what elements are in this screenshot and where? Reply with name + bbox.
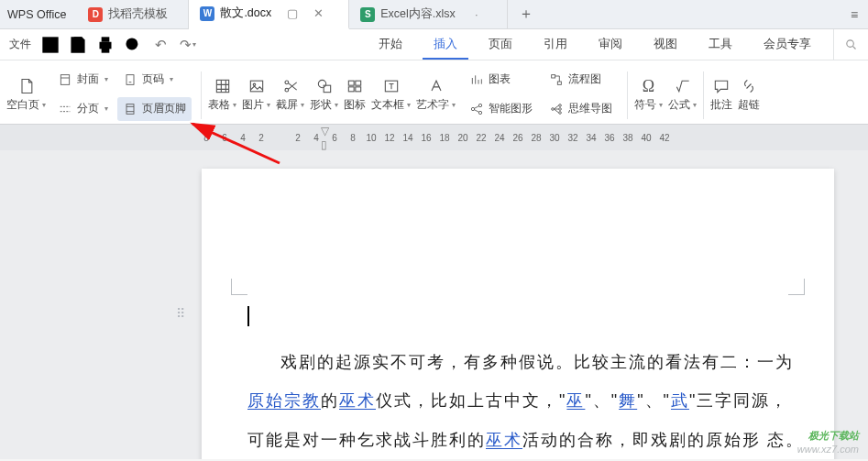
flowchart-button[interactable]: 流程图 [544,68,618,92]
print-icon[interactable] [93,33,117,57]
new-tab-button[interactable]: ＋ [508,5,544,24]
svg-rect-12 [126,74,134,84]
icon-button[interactable]: 图标 [341,74,368,114]
textbox-button[interactable]: 文本框 [368,74,413,114]
screenshot-button[interactable]: 截屏 [273,74,307,114]
icon-label: 图标 [344,98,366,112]
paragraph-drag-handle[interactable]: ⠿ [176,306,185,321]
text-run: 活动的合称，即戏剧的原始形 [522,431,761,449]
document-body[interactable]: 戏剧的起源实不可考，有多种假说。比较主流的看法有二：一为 原始宗教的巫术仪式，比… [247,343,805,459]
file-menu-button[interactable]: 文件 [5,33,35,57]
symbol-button[interactable]: Ω符号 [632,74,665,114]
link-religion[interactable]: 原始宗教 [247,391,321,410]
blank-label: 空白页 [6,98,46,112]
break-button[interactable]: 分页 [52,97,114,121]
text-run: "三字同源， [689,391,788,410]
mindmap-label: 思维导图 [568,102,612,115]
svg-rect-30 [557,82,561,84]
menutab-tools[interactable]: 工具 [698,30,743,60]
link-dance[interactable]: 舞 [619,391,637,410]
word-badge-icon: W [200,6,214,21]
svg-rect-4 [102,48,110,52]
comment-button[interactable]: 批注 [708,74,735,114]
tab-close-icon[interactable]: · [467,7,487,21]
svg-point-5 [126,38,137,49]
preview-icon[interactable] [121,33,145,57]
tab-document[interactable]: W 散文.docx ▢ ✕ [189,0,349,29]
page[interactable]: ⠿ 戏剧的起源实不可考，有多种假说。比较主流的看法有二：一为 原始宗教的巫术仪式… [202,169,834,459]
table-icon[interactable] [38,33,62,57]
smartart-button[interactable]: 智能图形 [464,97,538,121]
svg-point-18 [285,81,289,84]
text-run: 的 [321,391,339,410]
chart-button[interactable]: 图表 [464,68,538,92]
link-martial[interactable]: 武 [671,391,689,410]
tick: 40 [642,133,651,143]
tick: 8 [202,133,211,143]
text-run: "、" [585,391,619,410]
flowchart-label: 流程图 [568,72,601,86]
textbox-icon [380,76,402,96]
undo-button[interactable]: ↶ [148,33,172,57]
header-footer-button[interactable]: 页眉页脚 [117,97,192,121]
menutab-member[interactable]: 会员专享 [753,30,822,60]
shape-button[interactable]: 形状 [307,74,341,114]
svg-point-28 [478,111,481,114]
redo-button[interactable]: ↷ [176,33,200,57]
menutab-reference[interactable]: 引用 [533,30,578,60]
hyperlink-button[interactable]: 超链 [735,74,763,114]
menutab-insert[interactable]: 插入 [423,30,468,60]
picture-button[interactable]: 图片 [239,74,273,114]
cover-button[interactable]: 封面 [52,68,114,92]
equation-button[interactable]: 公式 [665,74,699,114]
svg-rect-29 [552,74,555,77]
tick: 38 [623,133,632,143]
tick: 28 [532,133,541,143]
link-shamanism2[interactable]: 巫术 [486,431,522,449]
watermark: 极光下载站 www.xz7.com [797,429,859,456]
tick: 16 [422,133,431,143]
window-menu-icon[interactable]: ≡ [841,7,868,22]
tick: 4 [312,133,321,143]
tick: 20 [458,133,467,143]
save-icon[interactable] [66,33,90,57]
quick-access-toolbar: 文件 ↶ ↷ [0,33,205,57]
menutab-page[interactable]: 页面 [478,30,523,60]
tick: 36 [605,133,614,143]
link-shamanism[interactable]: 巫术 [339,391,376,410]
wordart-button[interactable]: 艺术字 [413,74,458,114]
blank-page-button[interactable]: 空白页 [4,74,49,114]
menutab-home[interactable]: 开始 [368,30,413,60]
table-button[interactable]: 表格 [205,74,239,114]
tick: 2 [293,133,302,143]
search-icon[interactable] [833,29,868,60]
svg-point-33 [559,107,562,110]
tab-minimize-icon[interactable]: ▢ [282,6,302,20]
mindmap-button[interactable]: 思维导图 [544,97,618,121]
hanging-indent-marker[interactable]: ▯ [321,138,327,151]
symbol-label: 符号 [634,98,663,112]
ruler[interactable]: ▽ ▯ 8 6 4 2 2 4 6 8 10 12 14 16 18 20 22… [0,125,868,150]
hyperlink-label: 超链 [738,98,760,112]
tab-templates[interactable]: D 找稻壳模板 [77,0,189,29]
menutab-review[interactable]: 审阅 [588,30,633,60]
ribbon-insert: 空白页 封面 分页 页码 页眉页脚 表格 图片 截屏 形状 图标 文本框 艺术字… [0,60,868,125]
pagenum-button[interactable]: 页码 [117,68,192,92]
menutab-view[interactable]: 视图 [643,30,688,60]
tab-spreadsheet[interactable]: S Excel内容.xlsx · [349,0,508,29]
break-label: 分页 [77,102,99,115]
svg-rect-24 [356,87,361,92]
first-line-indent-marker[interactable]: ▽ [321,125,329,137]
tick: 34 [587,133,596,143]
svg-rect-15 [250,81,262,92]
tab-close-icon[interactable]: ✕ [308,6,328,20]
watermark-line2: www.xz7.com [797,443,859,456]
svg-point-26 [471,107,474,110]
svg-rect-1 [74,37,82,41]
tab-label: Excel内容.xlsx [380,6,456,22]
tick: 6 [330,133,339,143]
svg-point-27 [478,104,481,106]
tick: 12 [385,133,394,143]
link-wu[interactable]: 巫 [566,391,585,410]
document-canvas[interactable]: ⠿ 戏剧的起源实不可考，有多种假说。比较主流的看法有二：一为 原始宗教的巫术仪式… [0,150,868,459]
